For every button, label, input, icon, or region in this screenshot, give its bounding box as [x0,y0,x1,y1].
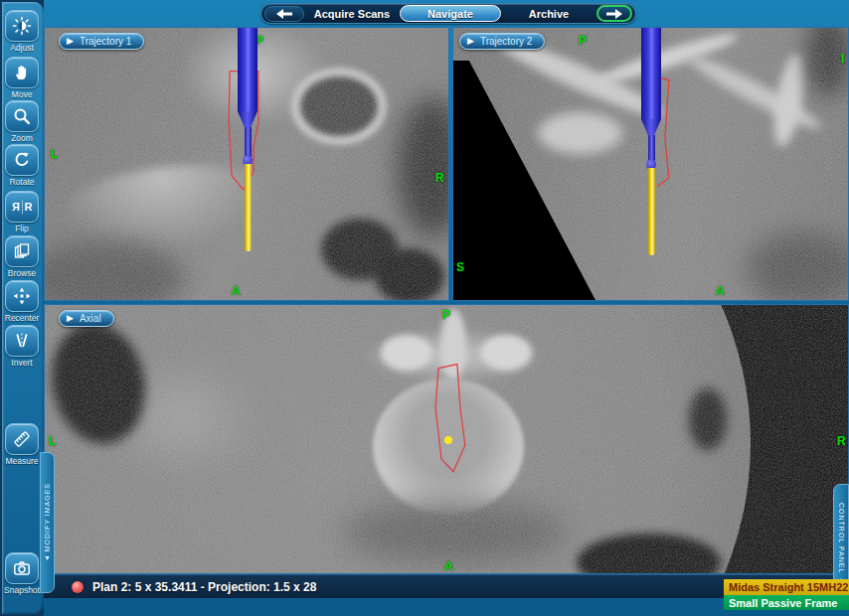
recenter-icon [12,286,32,306]
tool-label: Invert [0,358,44,368]
rotate-icon [12,150,32,170]
zoom-button[interactable] [5,100,39,132]
modify-images-tab-label: ▲ MODIFY IMAGES [44,483,51,562]
tool-label: Rotate [0,177,44,187]
frame-badge: Small Passive Frame [724,595,849,610]
invert-icon [12,331,32,351]
modify-images-tab[interactable]: ▲ MODIFY IMAGES [40,452,55,593]
tool-rotate: Rotate [0,144,44,187]
trajectory1-button[interactable]: ▶ Trajectory 1 [59,33,144,50]
tissue-shadow [747,231,849,301]
tool-move: Move [0,57,44,99]
play-icon: ▶ [67,37,74,46]
trajectory2-label: Trajectory 2 [480,36,532,47]
viewport-axial[interactable]: ▶ Axial P L R A [44,304,849,574]
right-arrow-icon [606,9,622,19]
snapshot-button[interactable] [5,552,39,584]
collapse-arrow-icon: ▲ [44,554,51,562]
measure-button[interactable] [5,423,39,455]
move-button[interactable] [5,57,39,88]
tool-badge: Midas Straight 15MH22 [724,579,849,595]
bone-structure [381,335,432,371]
flip-icon: RR [12,201,33,214]
ruler-icon [12,429,32,449]
viewport-trajectory1[interactable]: ▶ Trajectory 1 P L R A [44,27,449,301]
camera-icon [12,558,32,578]
tool-label: Flip [0,224,44,233]
next-step-button[interactable] [596,5,632,22]
main-nav-tab-bar: Acquire Scans Navigate Archive [260,3,636,24]
tool-label: Snapshot [0,585,44,595]
invert-button[interactable] [5,325,39,357]
tissue-shadow [343,502,567,563]
tool-label: Zoom [0,133,44,143]
tool-measure: Measure [0,423,44,466]
bone-structure [291,68,387,145]
bone-structure [373,379,524,516]
tool-zoom: Zoom [0,100,44,143]
tool-label: Move [0,89,44,99]
tissue-shadow [689,388,727,450]
tab-navigate[interactable]: Navigate [400,5,501,22]
browse-button[interactable] [5,235,39,267]
orientation-left: L [51,147,58,161]
tool-browse: Browse [0,235,44,278]
tool-label: Measure [0,456,44,466]
tool-label: Adjust [0,43,44,53]
viewport-trajectory2[interactable]: ▶ Trajectory 2 P S I A [452,27,849,301]
tissue-shadow [398,97,449,236]
tool-label: Browse [0,268,44,278]
axial-view-button[interactable]: ▶ Axial [59,310,114,327]
recenter-button[interactable] [5,280,39,312]
rotate-button[interactable] [5,144,39,176]
tool-snapshot: Snapshot [0,552,44,595]
flip-button[interactable]: RR [5,191,39,223]
brightness-icon [12,16,32,36]
tool-flip: RR Flip [0,191,44,233]
trajectory2-button[interactable]: ▶ Trajectory 2 [459,33,545,50]
control-panel-tab-label: CONTROL PANEL ▲ [838,503,845,584]
axial-label: Axial [80,313,101,324]
trajectory1-label: Trajectory 1 [80,36,131,47]
left-arrow-icon [276,9,292,19]
toolbar-sidebar: Adjust Move Zoom Rotate [0,0,44,616]
bone-structure [440,309,466,381]
play-icon: ▶ [467,37,474,46]
magnifier-icon [12,106,32,126]
instrument-badges: Midas Straight 15MH22 Small Passive Fram… [724,579,849,610]
orientation-right: R [837,434,846,448]
tool-adjust: Adjust [0,10,44,53]
bone-structure [538,112,622,154]
tissue-shadow [375,248,444,301]
orientation-bottom: A [232,284,241,298]
pages-icon [12,241,32,261]
tool-label: Recenter [0,313,44,323]
hand-icon [12,63,32,82]
tool-invert: Invert [0,325,44,368]
probe-tip [243,155,253,166]
probe-stem [245,127,252,157]
prev-step-button[interactable] [264,6,304,22]
bone-structure [480,335,532,371]
adjust-button[interactable] [5,10,39,42]
tab-archive[interactable]: Archive [503,8,594,20]
tab-acquire-scans[interactable]: Acquire Scans [306,8,398,20]
play-icon: ▶ [67,314,74,323]
plan-status-text: Plan 2: 5 x 35.3411 - Projection: 1.5 x … [92,580,316,594]
tool-recenter: Recenter [0,280,44,323]
plan-color-dot-icon [72,581,84,593]
